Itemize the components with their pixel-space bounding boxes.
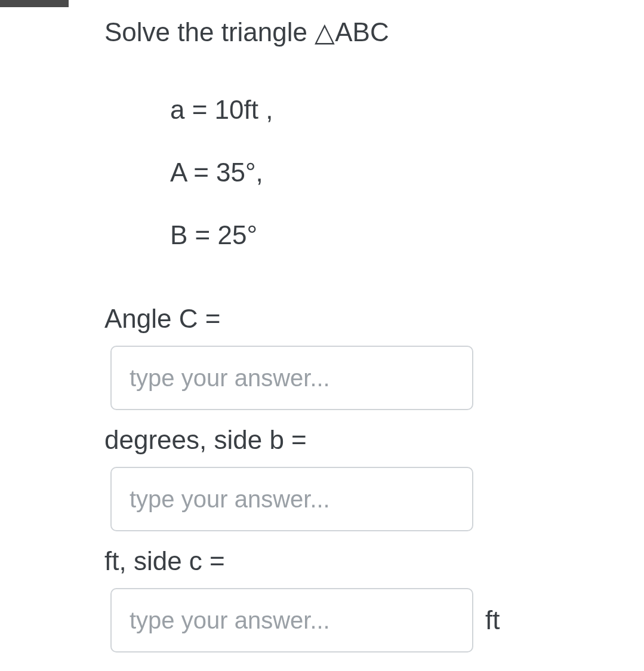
side-c-label: ft, side c = — [104, 546, 644, 576]
triangle-symbol-label: △ABC — [315, 17, 389, 47]
given-angle-a: A = 35°, — [170, 158, 644, 187]
answer-section: Angle C = degrees, side b = ft, side c =… — [104, 304, 644, 652]
side-c-input-row: ft — [104, 588, 644, 652]
side-b-input-row — [104, 467, 644, 531]
given-values: a = 10ft , A = 35°, B = 25° — [104, 95, 644, 250]
angle-c-label: Angle C = — [104, 304, 644, 334]
top-accent-bar — [0, 0, 69, 7]
problem-title: Solve the triangle △ABC — [104, 17, 644, 47]
side-b-label: degrees, side b = — [104, 425, 644, 455]
title-prefix: Solve the triangle — [104, 17, 315, 47]
side-c-unit: ft — [485, 605, 500, 635]
angle-c-input-row — [104, 346, 644, 410]
angle-c-input[interactable] — [110, 346, 473, 410]
side-b-input[interactable] — [110, 467, 473, 531]
given-angle-b: B = 25° — [170, 220, 644, 250]
side-c-input[interactable] — [110, 588, 473, 652]
problem-content: Solve the triangle △ABC a = 10ft , A = 3… — [0, 0, 644, 652]
given-side-a: a = 10ft , — [170, 95, 644, 125]
